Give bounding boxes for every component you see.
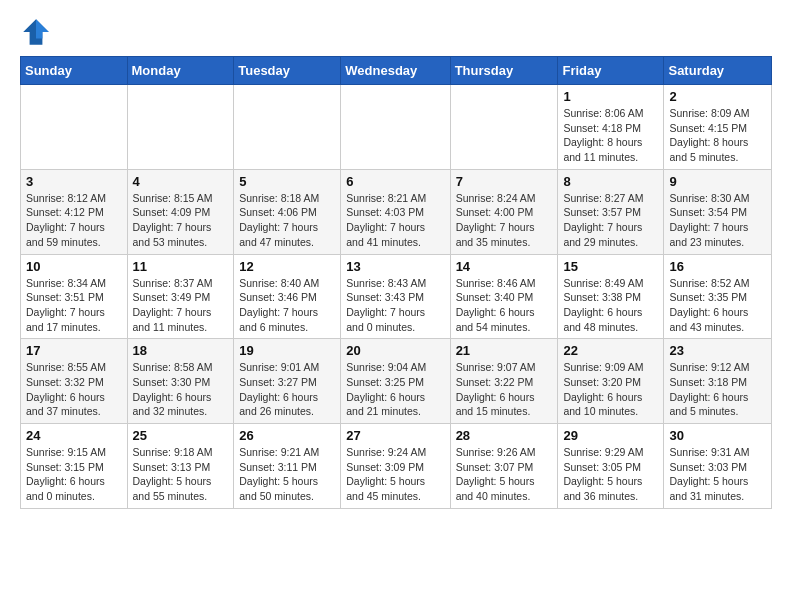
logo	[20, 16, 56, 48]
day-info: Sunrise: 8:43 AM Sunset: 3:43 PM Dayligh…	[346, 276, 444, 335]
day-number: 22	[563, 343, 658, 358]
day-number: 8	[563, 174, 658, 189]
day-number: 11	[133, 259, 229, 274]
day-cell-5: 5Sunrise: 8:18 AM Sunset: 4:06 PM Daylig…	[234, 169, 341, 254]
day-number: 5	[239, 174, 335, 189]
day-number: 9	[669, 174, 766, 189]
week-row: 10Sunrise: 8:34 AM Sunset: 3:51 PM Dayli…	[21, 254, 772, 339]
day-info: Sunrise: 9:21 AM Sunset: 3:11 PM Dayligh…	[239, 445, 335, 504]
day-number: 16	[669, 259, 766, 274]
weekday-header-wednesday: Wednesday	[341, 57, 450, 85]
day-info: Sunrise: 8:40 AM Sunset: 3:46 PM Dayligh…	[239, 276, 335, 335]
weekday-header-thursday: Thursday	[450, 57, 558, 85]
day-info: Sunrise: 8:27 AM Sunset: 3:57 PM Dayligh…	[563, 191, 658, 250]
day-cell-1: 1Sunrise: 8:06 AM Sunset: 4:18 PM Daylig…	[558, 85, 664, 170]
day-number: 14	[456, 259, 553, 274]
day-info: Sunrise: 9:26 AM Sunset: 3:07 PM Dayligh…	[456, 445, 553, 504]
weekday-header-monday: Monday	[127, 57, 234, 85]
day-number: 20	[346, 343, 444, 358]
day-number: 4	[133, 174, 229, 189]
day-cell-13: 13Sunrise: 8:43 AM Sunset: 3:43 PM Dayli…	[341, 254, 450, 339]
logo-icon	[20, 16, 52, 48]
day-number: 19	[239, 343, 335, 358]
day-number: 28	[456, 428, 553, 443]
day-info: Sunrise: 9:31 AM Sunset: 3:03 PM Dayligh…	[669, 445, 766, 504]
day-number: 1	[563, 89, 658, 104]
day-cell-27: 27Sunrise: 9:24 AM Sunset: 3:09 PM Dayli…	[341, 424, 450, 509]
week-row: 24Sunrise: 9:15 AM Sunset: 3:15 PM Dayli…	[21, 424, 772, 509]
day-number: 17	[26, 343, 122, 358]
day-info: Sunrise: 9:24 AM Sunset: 3:09 PM Dayligh…	[346, 445, 444, 504]
day-info: Sunrise: 8:24 AM Sunset: 4:00 PM Dayligh…	[456, 191, 553, 250]
page-header	[20, 16, 772, 48]
day-number: 7	[456, 174, 553, 189]
day-cell-7: 7Sunrise: 8:24 AM Sunset: 4:00 PM Daylig…	[450, 169, 558, 254]
day-info: Sunrise: 9:07 AM Sunset: 3:22 PM Dayligh…	[456, 360, 553, 419]
day-info: Sunrise: 8:49 AM Sunset: 3:38 PM Dayligh…	[563, 276, 658, 335]
day-cell-4: 4Sunrise: 8:15 AM Sunset: 4:09 PM Daylig…	[127, 169, 234, 254]
empty-cell	[450, 85, 558, 170]
week-row: 17Sunrise: 8:55 AM Sunset: 3:32 PM Dayli…	[21, 339, 772, 424]
empty-cell	[234, 85, 341, 170]
day-info: Sunrise: 8:52 AM Sunset: 3:35 PM Dayligh…	[669, 276, 766, 335]
calendar-table: SundayMondayTuesdayWednesdayThursdayFrid…	[20, 56, 772, 509]
day-number: 25	[133, 428, 229, 443]
day-cell-14: 14Sunrise: 8:46 AM Sunset: 3:40 PM Dayli…	[450, 254, 558, 339]
day-cell-23: 23Sunrise: 9:12 AM Sunset: 3:18 PM Dayli…	[664, 339, 772, 424]
day-info: Sunrise: 8:30 AM Sunset: 3:54 PM Dayligh…	[669, 191, 766, 250]
day-number: 6	[346, 174, 444, 189]
day-info: Sunrise: 9:12 AM Sunset: 3:18 PM Dayligh…	[669, 360, 766, 419]
day-cell-10: 10Sunrise: 8:34 AM Sunset: 3:51 PM Dayli…	[21, 254, 128, 339]
day-cell-25: 25Sunrise: 9:18 AM Sunset: 3:13 PM Dayli…	[127, 424, 234, 509]
day-cell-30: 30Sunrise: 9:31 AM Sunset: 3:03 PM Dayli…	[664, 424, 772, 509]
day-info: Sunrise: 9:29 AM Sunset: 3:05 PM Dayligh…	[563, 445, 658, 504]
day-cell-24: 24Sunrise: 9:15 AM Sunset: 3:15 PM Dayli…	[21, 424, 128, 509]
day-info: Sunrise: 8:09 AM Sunset: 4:15 PM Dayligh…	[669, 106, 766, 165]
empty-cell	[21, 85, 128, 170]
day-number: 21	[456, 343, 553, 358]
day-cell-8: 8Sunrise: 8:27 AM Sunset: 3:57 PM Daylig…	[558, 169, 664, 254]
day-number: 27	[346, 428, 444, 443]
day-info: Sunrise: 9:01 AM Sunset: 3:27 PM Dayligh…	[239, 360, 335, 419]
weekday-header-row: SundayMondayTuesdayWednesdayThursdayFrid…	[21, 57, 772, 85]
day-info: Sunrise: 9:15 AM Sunset: 3:15 PM Dayligh…	[26, 445, 122, 504]
day-cell-17: 17Sunrise: 8:55 AM Sunset: 3:32 PM Dayli…	[21, 339, 128, 424]
day-cell-6: 6Sunrise: 8:21 AM Sunset: 4:03 PM Daylig…	[341, 169, 450, 254]
week-row: 1Sunrise: 8:06 AM Sunset: 4:18 PM Daylig…	[21, 85, 772, 170]
day-cell-18: 18Sunrise: 8:58 AM Sunset: 3:30 PM Dayli…	[127, 339, 234, 424]
day-info: Sunrise: 8:12 AM Sunset: 4:12 PM Dayligh…	[26, 191, 122, 250]
day-info: Sunrise: 9:04 AM Sunset: 3:25 PM Dayligh…	[346, 360, 444, 419]
day-cell-29: 29Sunrise: 9:29 AM Sunset: 3:05 PM Dayli…	[558, 424, 664, 509]
day-number: 30	[669, 428, 766, 443]
day-number: 15	[563, 259, 658, 274]
day-info: Sunrise: 8:06 AM Sunset: 4:18 PM Dayligh…	[563, 106, 658, 165]
day-info: Sunrise: 8:34 AM Sunset: 3:51 PM Dayligh…	[26, 276, 122, 335]
day-cell-26: 26Sunrise: 9:21 AM Sunset: 3:11 PM Dayli…	[234, 424, 341, 509]
empty-cell	[127, 85, 234, 170]
day-cell-20: 20Sunrise: 9:04 AM Sunset: 3:25 PM Dayli…	[341, 339, 450, 424]
day-number: 2	[669, 89, 766, 104]
day-cell-15: 15Sunrise: 8:49 AM Sunset: 3:38 PM Dayli…	[558, 254, 664, 339]
day-info: Sunrise: 8:46 AM Sunset: 3:40 PM Dayligh…	[456, 276, 553, 335]
day-number: 13	[346, 259, 444, 274]
day-info: Sunrise: 8:21 AM Sunset: 4:03 PM Dayligh…	[346, 191, 444, 250]
svg-marker-1	[36, 19, 49, 38]
day-number: 12	[239, 259, 335, 274]
day-info: Sunrise: 8:55 AM Sunset: 3:32 PM Dayligh…	[26, 360, 122, 419]
empty-cell	[341, 85, 450, 170]
day-cell-28: 28Sunrise: 9:26 AM Sunset: 3:07 PM Dayli…	[450, 424, 558, 509]
day-info: Sunrise: 8:15 AM Sunset: 4:09 PM Dayligh…	[133, 191, 229, 250]
day-cell-11: 11Sunrise: 8:37 AM Sunset: 3:49 PM Dayli…	[127, 254, 234, 339]
day-number: 18	[133, 343, 229, 358]
day-number: 3	[26, 174, 122, 189]
day-cell-2: 2Sunrise: 8:09 AM Sunset: 4:15 PM Daylig…	[664, 85, 772, 170]
weekday-header-saturday: Saturday	[664, 57, 772, 85]
day-cell-3: 3Sunrise: 8:12 AM Sunset: 4:12 PM Daylig…	[21, 169, 128, 254]
day-number: 10	[26, 259, 122, 274]
day-info: Sunrise: 9:18 AM Sunset: 3:13 PM Dayligh…	[133, 445, 229, 504]
day-cell-12: 12Sunrise: 8:40 AM Sunset: 3:46 PM Dayli…	[234, 254, 341, 339]
day-info: Sunrise: 8:37 AM Sunset: 3:49 PM Dayligh…	[133, 276, 229, 335]
weekday-header-sunday: Sunday	[21, 57, 128, 85]
weekday-header-tuesday: Tuesday	[234, 57, 341, 85]
weekday-header-friday: Friday	[558, 57, 664, 85]
